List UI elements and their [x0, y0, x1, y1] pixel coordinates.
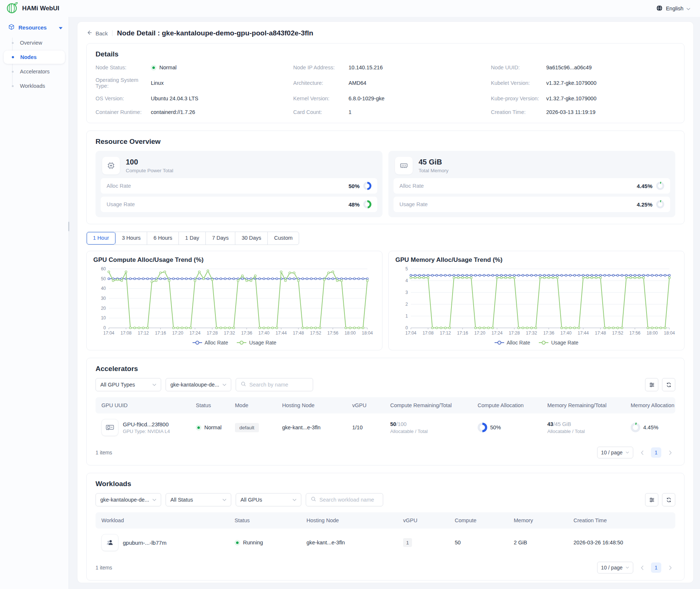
legend-alloc-rate[interactable]: Alloc Rate: [495, 340, 530, 346]
caret-down-icon: [59, 24, 63, 31]
sidebar-item-nodes[interactable]: Nodes: [4, 51, 65, 64]
accel-search: [236, 378, 313, 391]
tab-6-hours[interactable]: 6 Hours: [147, 232, 179, 245]
accelerator-table-row: GPU-f9cd...23f800 GPU Type: NVIDIA L4 No…: [96, 413, 675, 441]
tab-7-days[interactable]: 7 Days: [205, 232, 235, 245]
field-os-type: Operating System Type: Linux: [96, 77, 280, 89]
legend-marker-icon: [193, 340, 202, 345]
legend-marker-icon: [539, 340, 548, 345]
accel-page-size-select[interactable]: 10 / page: [597, 447, 633, 458]
svg-text:60: 60: [101, 266, 106, 271]
field-kernel-version: Kernel Version: 6.8.0-1029-gke: [293, 94, 478, 103]
workload-memory-cell: 2 GiB: [514, 540, 573, 545]
memory-alloc-donut: [656, 182, 664, 190]
workloads-table-header: Workload Status Hosting Node vGPU Comput…: [96, 512, 675, 529]
resource-overview-title: Resource Overview: [96, 138, 675, 146]
memory-allocation-donut: [631, 423, 640, 432]
compute-alloc-donut: [363, 182, 371, 190]
workload-hosting-node-cell: gke-kant...e-3fln: [306, 540, 403, 545]
sidebar-group-resources[interactable]: Resources: [0, 20, 69, 35]
column-settings-button[interactable]: [645, 378, 658, 391]
tab-1-hour[interactable]: 1 Hour: [87, 232, 115, 245]
prev-page-button[interactable]: [637, 562, 647, 573]
workload-pagination: 10 / page 1: [597, 562, 675, 574]
details-grid: Node Status: Normal Node IP Address: 10.…: [96, 63, 675, 116]
svg-text:0: 0: [405, 325, 408, 330]
workload-name-link[interactable]: gpuburn-...-lb77m: [123, 540, 166, 546]
total-memory-label: Total Memory: [419, 168, 448, 173]
accelerators-panel: Accelerators All GPU Types gke-kantaloup…: [86, 358, 685, 465]
compute-usage-donut: [363, 200, 371, 208]
language-selector[interactable]: English: [656, 5, 690, 13]
field-creation-time: Creation Time: 2026-03-13 11:19:19: [491, 108, 675, 116]
svg-text:17:20: 17:20: [172, 330, 183, 336]
chevron-down-icon: [222, 499, 226, 501]
hami-logo-icon: [6, 1, 18, 15]
tab-3-hours[interactable]: 3 Hours: [115, 232, 147, 245]
tab-30-days[interactable]: 30 Days: [235, 232, 267, 245]
globe-icon: [656, 5, 663, 13]
memory-remaining-cell: 43/45 GiB Allocatable / Total: [547, 421, 631, 434]
svg-text:17:04: 17:04: [405, 330, 416, 336]
prev-page-button[interactable]: [637, 447, 647, 458]
workload-search: [306, 493, 383, 506]
sidebar-item-label: Workloads: [20, 83, 45, 89]
sidebar-item-accelerators[interactable]: Accelerators: [4, 65, 65, 78]
field-node-status: Node Status: Normal: [96, 63, 280, 72]
svg-text:17:16: 17:16: [155, 330, 166, 336]
svg-text:17:52: 17:52: [310, 330, 321, 336]
memory-icon: [395, 157, 413, 174]
svg-text:2: 2: [405, 302, 408, 307]
brand: HAMi WebUI: [6, 1, 59, 15]
sidebar-item-workloads[interactable]: Workloads: [4, 79, 65, 93]
tab-1-day[interactable]: 1 Day: [179, 232, 205, 245]
refresh-button[interactable]: [662, 493, 675, 506]
chip-icon: [102, 157, 120, 174]
workload-gpu-select[interactable]: All GPUs: [236, 493, 301, 506]
svg-text:0: 0: [103, 325, 106, 330]
workloads-panel: Workloads gke-kantaloupe-de... All Statu…: [86, 473, 685, 581]
back-button[interactable]: Back: [86, 30, 108, 37]
legend-marker-icon: [495, 340, 504, 345]
next-page-button[interactable]: [665, 447, 675, 458]
svg-text:40: 40: [101, 286, 106, 291]
accel-node-select[interactable]: gke-kantaloupe-de...: [166, 378, 231, 391]
gpu-memory-trend-title: GPU Memory Alloc/Usage Trend (%): [395, 256, 678, 264]
chevron-down-icon: [292, 499, 297, 501]
svg-text:17:08: 17:08: [423, 330, 434, 336]
svg-text:17:28: 17:28: [509, 330, 520, 336]
page-number-button[interactable]: 1: [651, 562, 661, 573]
page-number-button[interactable]: 1: [651, 447, 661, 458]
field-container-runtime: Container Runtime: containerd://1.7.26: [96, 108, 280, 116]
svg-text:17:44: 17:44: [578, 330, 589, 336]
status-dot-icon: [151, 65, 156, 70]
svg-text:17:12: 17:12: [138, 330, 149, 336]
workload-page-size-select[interactable]: 10 / page: [597, 562, 633, 574]
workload-namespace-select[interactable]: gke-kantaloupe-de...: [96, 493, 161, 506]
accel-search-input[interactable]: [249, 382, 308, 388]
memory-usage-rate-value: 4.25%: [637, 201, 652, 208]
refresh-button[interactable]: [662, 378, 675, 391]
gpu-type-select[interactable]: All GPU Types: [96, 378, 161, 391]
sidebar-resize-handle[interactable]: [68, 222, 69, 231]
gpu-vgpu-cell: 1/10: [352, 425, 390, 430]
svg-text:4: 4: [405, 278, 408, 283]
mode-badge: default: [235, 423, 259, 432]
sidebar-item-overview[interactable]: Overview: [4, 36, 65, 49]
vgpu-badge: 1: [403, 538, 412, 547]
chevron-down-icon: [626, 451, 629, 454]
svg-text:17:28: 17:28: [207, 330, 218, 336]
next-page-button[interactable]: [665, 562, 675, 573]
legend-usage-rate[interactable]: Usage Rate: [237, 340, 276, 346]
compute-alloc-rate-value: 50%: [349, 183, 360, 189]
svg-text:10: 10: [101, 315, 106, 321]
gpu-uuid-link[interactable]: GPU-f9cd...23f800: [123, 421, 170, 427]
legend-usage-rate[interactable]: Usage Rate: [539, 340, 578, 346]
workload-status-select[interactable]: All Status: [166, 493, 231, 506]
svg-text:18:00: 18:00: [344, 330, 356, 336]
column-settings-button[interactable]: [645, 493, 658, 506]
svg-text:17:36: 17:36: [543, 330, 554, 336]
legend-alloc-rate[interactable]: Alloc Rate: [193, 340, 228, 346]
workload-search-input[interactable]: [319, 497, 378, 503]
tab-custom[interactable]: Custom: [267, 232, 299, 245]
